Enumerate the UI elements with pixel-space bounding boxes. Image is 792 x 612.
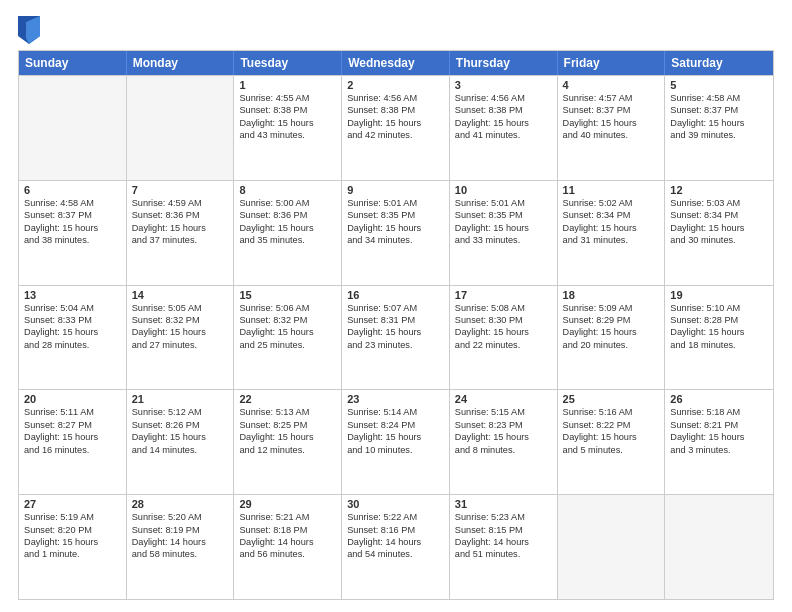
cell-line-1: Sunset: 8:26 PM xyxy=(132,419,229,431)
day-cell-16: 16Sunrise: 5:07 AMSunset: 8:31 PMDayligh… xyxy=(342,286,450,390)
calendar-header: SundayMondayTuesdayWednesdayThursdayFrid… xyxy=(19,51,773,75)
cell-line-2: Daylight: 15 hours xyxy=(24,431,121,443)
cell-line-2: Daylight: 15 hours xyxy=(239,222,336,234)
cell-line-2: Daylight: 14 hours xyxy=(239,536,336,548)
day-number: 4 xyxy=(563,79,660,91)
day-cell-2: 2Sunrise: 4:56 AMSunset: 8:38 PMDaylight… xyxy=(342,76,450,180)
cell-line-2: Daylight: 15 hours xyxy=(24,222,121,234)
day-cell-28: 28Sunrise: 5:20 AMSunset: 8:19 PMDayligh… xyxy=(127,495,235,599)
day-number: 30 xyxy=(347,498,444,510)
cell-line-3: and 27 minutes. xyxy=(132,339,229,351)
day-cell-4: 4Sunrise: 4:57 AMSunset: 8:37 PMDaylight… xyxy=(558,76,666,180)
cell-line-3: and 14 minutes. xyxy=(132,444,229,456)
logo-icon xyxy=(18,16,40,44)
cell-line-3: and 22 minutes. xyxy=(455,339,552,351)
day-cell-8: 8Sunrise: 5:00 AMSunset: 8:36 PMDaylight… xyxy=(234,181,342,285)
cell-line-0: Sunrise: 4:58 AM xyxy=(24,197,121,209)
cell-line-0: Sunrise: 5:13 AM xyxy=(239,406,336,418)
day-number: 9 xyxy=(347,184,444,196)
cell-line-0: Sunrise: 5:11 AM xyxy=(24,406,121,418)
cell-line-1: Sunset: 8:38 PM xyxy=(239,104,336,116)
cell-line-2: Daylight: 14 hours xyxy=(347,536,444,548)
day-number: 14 xyxy=(132,289,229,301)
week-row-3: 13Sunrise: 5:04 AMSunset: 8:33 PMDayligh… xyxy=(19,285,773,390)
cell-line-2: Daylight: 15 hours xyxy=(239,326,336,338)
empty-cell xyxy=(665,495,773,599)
empty-cell xyxy=(19,76,127,180)
cell-line-0: Sunrise: 5:06 AM xyxy=(239,302,336,314)
header-day-monday: Monday xyxy=(127,51,235,75)
cell-line-0: Sunrise: 5:05 AM xyxy=(132,302,229,314)
day-number: 7 xyxy=(132,184,229,196)
cell-line-1: Sunset: 8:15 PM xyxy=(455,524,552,536)
day-cell-23: 23Sunrise: 5:14 AMSunset: 8:24 PMDayligh… xyxy=(342,390,450,494)
cell-line-2: Daylight: 15 hours xyxy=(132,326,229,338)
cell-line-2: Daylight: 15 hours xyxy=(563,326,660,338)
day-number: 2 xyxy=(347,79,444,91)
header-day-wednesday: Wednesday xyxy=(342,51,450,75)
header xyxy=(18,16,774,44)
cell-line-0: Sunrise: 5:20 AM xyxy=(132,511,229,523)
week-row-1: 1Sunrise: 4:55 AMSunset: 8:38 PMDaylight… xyxy=(19,75,773,180)
cell-line-0: Sunrise: 5:10 AM xyxy=(670,302,768,314)
cell-line-3: and 8 minutes. xyxy=(455,444,552,456)
cell-line-0: Sunrise: 4:57 AM xyxy=(563,92,660,104)
cell-line-3: and 16 minutes. xyxy=(24,444,121,456)
cell-line-2: Daylight: 15 hours xyxy=(455,326,552,338)
cell-line-2: Daylight: 15 hours xyxy=(347,326,444,338)
cell-line-2: Daylight: 15 hours xyxy=(670,117,768,129)
cell-line-0: Sunrise: 5:18 AM xyxy=(670,406,768,418)
cell-line-3: and 25 minutes. xyxy=(239,339,336,351)
header-day-thursday: Thursday xyxy=(450,51,558,75)
day-cell-19: 19Sunrise: 5:10 AMSunset: 8:28 PMDayligh… xyxy=(665,286,773,390)
cell-line-0: Sunrise: 5:00 AM xyxy=(239,197,336,209)
day-number: 26 xyxy=(670,393,768,405)
cell-line-2: Daylight: 15 hours xyxy=(132,431,229,443)
cell-line-3: and 54 minutes. xyxy=(347,548,444,560)
week-row-5: 27Sunrise: 5:19 AMSunset: 8:20 PMDayligh… xyxy=(19,494,773,599)
cell-line-1: Sunset: 8:22 PM xyxy=(563,419,660,431)
cell-line-0: Sunrise: 5:02 AM xyxy=(563,197,660,209)
day-cell-6: 6Sunrise: 4:58 AMSunset: 8:37 PMDaylight… xyxy=(19,181,127,285)
cell-line-1: Sunset: 8:30 PM xyxy=(455,314,552,326)
cell-line-2: Daylight: 15 hours xyxy=(239,431,336,443)
cell-line-3: and 41 minutes. xyxy=(455,129,552,141)
day-cell-26: 26Sunrise: 5:18 AMSunset: 8:21 PMDayligh… xyxy=(665,390,773,494)
day-number: 20 xyxy=(24,393,121,405)
cell-line-1: Sunset: 8:20 PM xyxy=(24,524,121,536)
day-number: 23 xyxy=(347,393,444,405)
cell-line-3: and 42 minutes. xyxy=(347,129,444,141)
cell-line-0: Sunrise: 5:04 AM xyxy=(24,302,121,314)
cell-line-1: Sunset: 8:18 PM xyxy=(239,524,336,536)
day-cell-15: 15Sunrise: 5:06 AMSunset: 8:32 PMDayligh… xyxy=(234,286,342,390)
day-number: 21 xyxy=(132,393,229,405)
cell-line-3: and 3 minutes. xyxy=(670,444,768,456)
header-day-sunday: Sunday xyxy=(19,51,127,75)
cell-line-0: Sunrise: 4:56 AM xyxy=(455,92,552,104)
cell-line-3: and 56 minutes. xyxy=(239,548,336,560)
cell-line-0: Sunrise: 5:21 AM xyxy=(239,511,336,523)
day-cell-21: 21Sunrise: 5:12 AMSunset: 8:26 PMDayligh… xyxy=(127,390,235,494)
cell-line-3: and 28 minutes. xyxy=(24,339,121,351)
day-cell-24: 24Sunrise: 5:15 AMSunset: 8:23 PMDayligh… xyxy=(450,390,558,494)
cell-line-3: and 23 minutes. xyxy=(347,339,444,351)
cell-line-1: Sunset: 8:28 PM xyxy=(670,314,768,326)
cell-line-2: Daylight: 15 hours xyxy=(670,326,768,338)
cell-line-1: Sunset: 8:27 PM xyxy=(24,419,121,431)
cell-line-2: Daylight: 15 hours xyxy=(132,222,229,234)
cell-line-0: Sunrise: 5:22 AM xyxy=(347,511,444,523)
day-cell-3: 3Sunrise: 4:56 AMSunset: 8:38 PMDaylight… xyxy=(450,76,558,180)
cell-line-3: and 38 minutes. xyxy=(24,234,121,246)
cell-line-2: Daylight: 14 hours xyxy=(455,536,552,548)
cell-line-3: and 1 minute. xyxy=(24,548,121,560)
header-day-saturday: Saturday xyxy=(665,51,773,75)
day-cell-14: 14Sunrise: 5:05 AMSunset: 8:32 PMDayligh… xyxy=(127,286,235,390)
day-cell-25: 25Sunrise: 5:16 AMSunset: 8:22 PMDayligh… xyxy=(558,390,666,494)
day-cell-12: 12Sunrise: 5:03 AMSunset: 8:34 PMDayligh… xyxy=(665,181,773,285)
day-cell-18: 18Sunrise: 5:09 AMSunset: 8:29 PMDayligh… xyxy=(558,286,666,390)
day-number: 28 xyxy=(132,498,229,510)
cell-line-2: Daylight: 15 hours xyxy=(347,222,444,234)
cell-line-0: Sunrise: 5:23 AM xyxy=(455,511,552,523)
cell-line-3: and 35 minutes. xyxy=(239,234,336,246)
cell-line-0: Sunrise: 5:15 AM xyxy=(455,406,552,418)
